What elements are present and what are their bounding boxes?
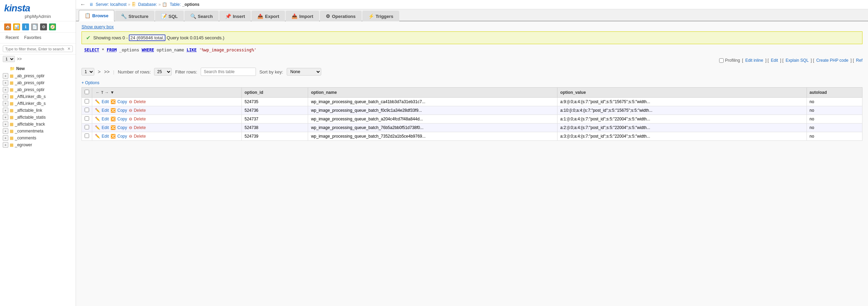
import-icon: 📥 [292,13,297,19]
content-area: Show query box ✔ Showing rows 0 - 24 (69… [76,21,868,306]
sidebar-search-clear[interactable]: ✕ [67,47,70,51]
sidebar-new-item[interactable]: 📁 New [0,65,76,72]
edit-inline-link[interactable]: Edit inline [745,58,763,63]
edit-link[interactable]: Edit [102,99,109,104]
tab-search[interactable]: 🔍 Search [184,11,219,21]
sort-select[interactable]: None [287,68,321,76]
row-checkbox[interactable] [85,108,89,112]
expand-icon[interactable]: + [3,121,8,127]
new-item-label: New [16,66,25,71]
refresh-link[interactable]: Ref [856,58,862,63]
rows-select[interactable]: 25 50 100 [154,68,172,76]
info-icon[interactable]: ℹ [22,23,29,30]
expand-icon[interactable]: + [3,115,8,120]
list-item[interactable]: + ▦ _affictable_track [0,121,76,128]
sidebar-page-select[interactable]: 1 [3,56,15,62]
expand-icon[interactable]: + [3,94,8,99]
page-select[interactable]: 1 [82,68,94,76]
breadcrumb-server[interactable]: Server: localhost [96,2,126,7]
table-icon: ▦ [10,136,13,140]
delete-link[interactable]: Delete [134,108,146,113]
select-all-checkbox[interactable] [85,90,89,94]
row-checkbox-cell [82,106,92,115]
copy-link[interactable]: Copy [117,125,127,130]
tab-insert[interactable]: 📌 Insert [219,11,251,21]
sidebar-nav-forward[interactable]: >> [17,57,22,61]
table-row: ✏️ Edit 🔀 Copy ⊖ Delete 524735 wp_image_… [82,98,862,106]
copy-link[interactable]: Copy [117,117,127,121]
result-suffix: Query took 0.0145 seconds.) [167,35,225,40]
row-checkbox[interactable] [85,134,89,138]
filter-label: Filter rows: [175,69,197,75]
row-checkbox[interactable] [85,99,89,103]
list-item[interactable]: + ▦ _affictable_statis [0,114,76,121]
back-button[interactable]: ← [80,1,86,8]
th-option-name[interactable]: option_name [308,88,557,98]
nav-left-button[interactable]: ← [95,90,101,95]
th-option-value[interactable]: option_value [557,88,807,98]
copy-fork-icon: 🔀 [111,125,116,130]
copy-link[interactable]: Copy [117,108,127,113]
nav-right-button[interactable]: → [104,90,109,95]
expand-icon[interactable]: + [3,142,8,148]
th-option-id[interactable]: option_id [242,88,308,98]
nav-last-button[interactable]: >> [104,69,109,75]
breadcrumb-db[interactable]: Database: [138,2,157,7]
expand-icon[interactable]: + [3,101,8,106]
sort-down-icon: ▼ [110,90,114,95]
edit-link[interactable]: Edit [102,134,109,139]
delete-link[interactable]: Delete [134,117,146,121]
row-actions: ✏️ Edit 🔀 Copy ⊖ Delete [92,132,242,141]
list-item[interactable]: + ▦ _comments [0,135,76,141]
copy-link[interactable]: Copy [117,99,127,104]
row-checkbox[interactable] [85,125,89,129]
tab-triggers[interactable]: ⚡ Triggers [362,11,399,21]
expand-icon[interactable]: + [3,80,8,86]
filter-input[interactable] [201,68,256,76]
delete-circle-icon: ⊖ [129,108,132,113]
sidebar-nav-favorites[interactable]: Favorites [21,34,44,42]
home-icon[interactable]: 🏠 [4,23,11,30]
list-item[interactable]: + ▦ _ab_press_optir [0,72,76,79]
doc-icon[interactable]: 📄 [31,23,38,30]
edit-link[interactable]: Edit [771,58,778,63]
edit-link[interactable]: Edit [102,117,109,121]
list-item[interactable]: + ▦ _commentmeta [0,128,76,135]
settings-icon[interactable]: ⚙ [40,23,47,30]
tab-export[interactable]: 📤 Export [251,11,285,21]
tab-operations[interactable]: ⚙ Operations [320,11,362,21]
tab-import[interactable]: 📥 Import [286,11,319,21]
profiling-checkbox[interactable] [719,58,724,63]
create-php-link[interactable]: Create PHP code [816,58,848,63]
db-icon[interactable]: 📊 [13,23,20,30]
explain-sql-link[interactable]: Explain SQL [785,58,809,63]
edit-link[interactable]: Edit [102,125,109,130]
list-item[interactable]: + ▦ _egrower [0,141,76,148]
list-item[interactable]: + ▦ _ab_press_optir [0,86,76,93]
sidebar-nav-recent[interactable]: Recent [3,34,21,42]
delete-link[interactable]: Delete [134,134,146,139]
row-checkbox[interactable] [85,116,89,121]
delete-circle-icon: ⊖ [129,125,132,130]
list-item[interactable]: + ▦ _affictable_link [0,107,76,114]
list-item[interactable]: + ▦ _AffiLinker_db_s [0,100,76,107]
list-item[interactable]: + ▦ _AffiLinker_db_s [0,93,76,100]
expand-icon[interactable]: + [3,87,8,92]
nav-next-button[interactable]: > [98,69,101,75]
nav-icon[interactable]: 🧭 [49,23,56,30]
expand-icon[interactable]: + [3,73,8,79]
list-item[interactable]: + ▦ _ab_press_optir [0,79,76,86]
sidebar-search-input[interactable] [5,47,66,51]
show-query-box-link[interactable]: Show query box [82,24,114,29]
tab-browse[interactable]: 📋 Browse [79,10,114,21]
edit-link[interactable]: Edit [102,108,109,113]
options-link[interactable]: + Options [82,80,99,85]
expand-icon[interactable]: + [3,108,8,113]
tab-structure[interactable]: 🔧 Structure [115,11,154,21]
copy-link[interactable]: Copy [117,134,127,139]
delete-link[interactable]: Delete [134,99,146,104]
tab-sql[interactable]: 📝 SQL [155,11,184,21]
delete-link[interactable]: Delete [134,125,146,130]
expand-icon[interactable]: + [3,128,8,134]
expand-icon[interactable]: + [3,135,8,141]
